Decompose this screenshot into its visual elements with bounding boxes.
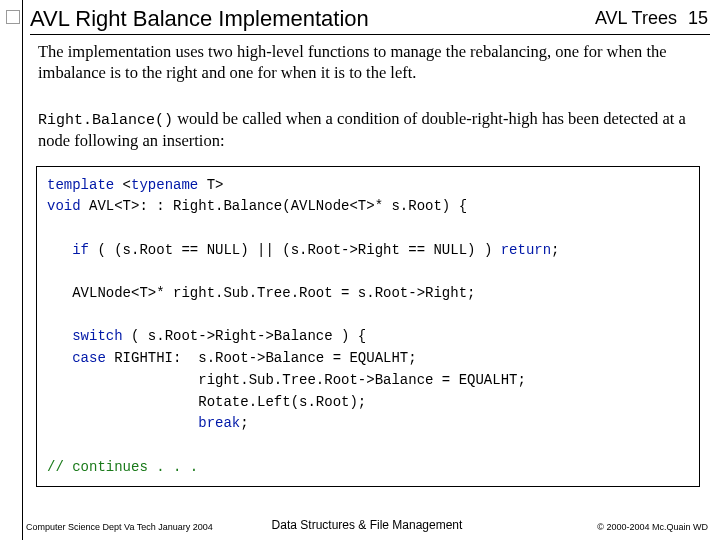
lead-in-paragraph: Right.Balance() would be called when a c… [38,109,706,151]
left-rule [22,0,23,540]
code-text [47,415,198,431]
code-text: RIGHTHI: s.Root->Balance = EQUALHT; [106,350,417,366]
code-kw-template: template [47,177,114,193]
code-text: T> [198,177,223,193]
code-comment-continues: // continues . . . [47,459,198,475]
code-kw-case: case [47,350,106,366]
function-name: Right.Balance() [38,112,173,129]
code-text: ( (s.Root == NULL) || (s.Root->Right == … [89,242,501,258]
code-text: Rotate.Left(s.Root); [47,394,366,410]
code-kw-if: if [47,242,89,258]
code-text: ; [240,415,248,431]
footer-right: © 2000-2004 Mc.Quain WD [597,522,708,532]
header-rule [30,34,710,35]
code-text: < [114,177,131,193]
intro-paragraph: The implementation uses two high-level f… [38,42,706,83]
code-kw-switch: switch [47,328,123,344]
slide-topic: AVL Trees [595,8,677,28]
slide-content: The implementation uses two high-level f… [30,40,706,508]
slide-topic-pagenum: AVL Trees 15 [595,8,708,29]
slide-title: AVL Right Balance Implementation [30,6,369,31]
slide-page-number: 15 [688,8,708,29]
code-text: ( s.Root->Right->Balance ) { [123,328,367,344]
code-kw-return: return [501,242,551,258]
slide-footer: Computer Science Dept Va Tech January 20… [22,514,712,532]
code-listing: template <typename T> void AVL<T>: : Rig… [36,166,700,488]
code-kw-break: break [198,415,240,431]
code-text: right.Sub.Tree.Root->Balance = EQUALHT; [47,372,526,388]
code-text: AVL<T>: : Right.Balance(AVLNode<T>* s.Ro… [81,198,467,214]
slide-header: AVL Right Balance Implementation AVL Tre… [30,6,708,32]
code-kw-void: void [47,198,81,214]
left-margin-bar [0,0,22,540]
code-text: ; [551,242,559,258]
code-kw-typename: typename [131,177,198,193]
top-left-accent-box [6,10,20,24]
code-text: AVLNode<T>* right.Sub.Tree.Root = s.Root… [47,285,475,301]
